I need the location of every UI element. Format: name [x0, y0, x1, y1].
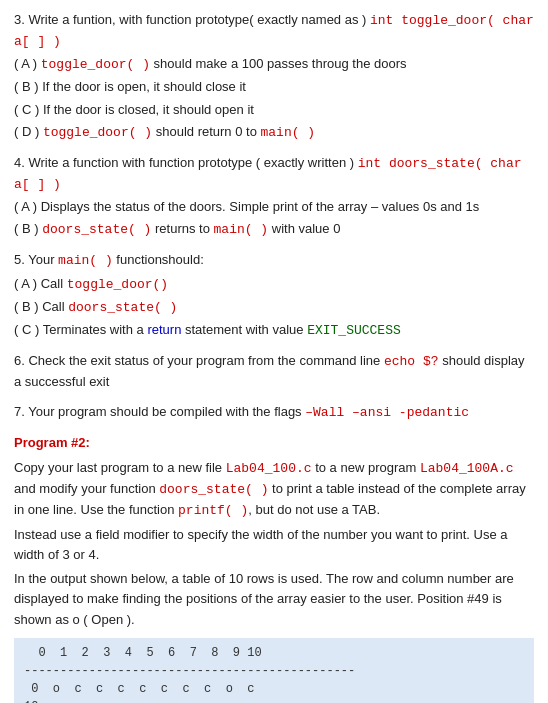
- section5-exit: EXIT_SUCCESS: [307, 323, 401, 338]
- section7-text: 7. Your program should be compiled with …: [14, 402, 534, 423]
- program2-file1: Lab04_100.c: [226, 461, 312, 476]
- section7-flags: –Wall –ansi -pedantic: [305, 405, 469, 420]
- main-content: 3. Write a funtion, with function protot…: [14, 10, 534, 703]
- section3-item-b: ( B ) If the door is open, it should clo…: [14, 77, 534, 97]
- program2-printf: printf( ): [178, 503, 248, 518]
- section4-item-a: ( A ) Displays the status of the doors. …: [14, 197, 534, 217]
- section-4: 4. Write a function with function protot…: [14, 153, 534, 241]
- table-separator: ----------------------------------------…: [24, 662, 524, 680]
- section4-doors-state: doors_state( ): [42, 222, 151, 237]
- section5-return: return: [147, 322, 181, 337]
- section3-line1: 3. Write a funtion, with function protot…: [14, 10, 534, 52]
- section-6: 6. Check the exit status of your program…: [14, 351, 534, 392]
- program2-para1: Copy your last program to a new file Lab…: [14, 458, 534, 521]
- table-header-row: 0 1 2 3 4 5 6 7 8 9 10: [24, 644, 524, 662]
- section5-main: main( ): [58, 253, 113, 268]
- program2-header: Program #2:: [14, 433, 534, 453]
- section5-line1: 5. Your main( ) functionshould:: [14, 250, 534, 271]
- section6-echo: echo $?: [384, 354, 439, 369]
- table-row: 0 o c c c c c c c o c: [24, 680, 524, 698]
- section3-code1: int toggle_door( char a[ ] ): [14, 13, 534, 49]
- section3-toggle-return: toggle_door( ): [43, 125, 152, 140]
- section3-item-c: ( C ) If the door is closed, it should o…: [14, 100, 534, 120]
- program2-section: Program #2: Copy your last program to a …: [14, 433, 534, 703]
- section6-text: 6. Check the exit status of your program…: [14, 351, 534, 392]
- program2-func1: doors_state( ): [159, 482, 268, 497]
- section5-item-b: ( B ) Call doors_state( ): [14, 297, 534, 318]
- section4-code1: int doors_state( char a[ ] ): [14, 156, 522, 192]
- section4-item-b: ( B ) doors_state( ) returns to main( ) …: [14, 219, 534, 240]
- section3-main1: main( ): [261, 125, 316, 140]
- section5-toggle: toggle_door(): [67, 277, 168, 292]
- program2-para3: In the output shown below, a table of 10…: [14, 569, 534, 629]
- section5-item-a: ( A ) Call toggle_door(): [14, 274, 534, 295]
- section-7: 7. Your program should be compiled with …: [14, 402, 534, 423]
- program2-para2: Instead use a field modifier to specify …: [14, 525, 534, 565]
- section5-doors: doors_state( ): [68, 300, 177, 315]
- section3-toggle-call: toggle_door( ): [41, 57, 150, 72]
- section3-item-d: ( D ) toggle_door( ) should return 0 to …: [14, 122, 534, 143]
- section3-line2: ( A ) toggle_door( ) should make a 100 p…: [14, 54, 534, 75]
- section5-item-c: ( C ) Terminates with a return statement…: [14, 320, 534, 341]
- section4-line1: 4. Write a function with function protot…: [14, 153, 534, 195]
- program2-file2: Lab04_100A.c: [420, 461, 514, 476]
- section-5: 5. Your main( ) functionshould: ( A ) Ca…: [14, 250, 534, 341]
- section4-main: main( ): [214, 222, 269, 237]
- section-3: 3. Write a funtion, with function protot…: [14, 10, 534, 143]
- table-row: 10 c c c c c c c c c c: [24, 698, 524, 703]
- output-table: 0 1 2 3 4 5 6 7 8 9 10 -----------------…: [14, 638, 534, 703]
